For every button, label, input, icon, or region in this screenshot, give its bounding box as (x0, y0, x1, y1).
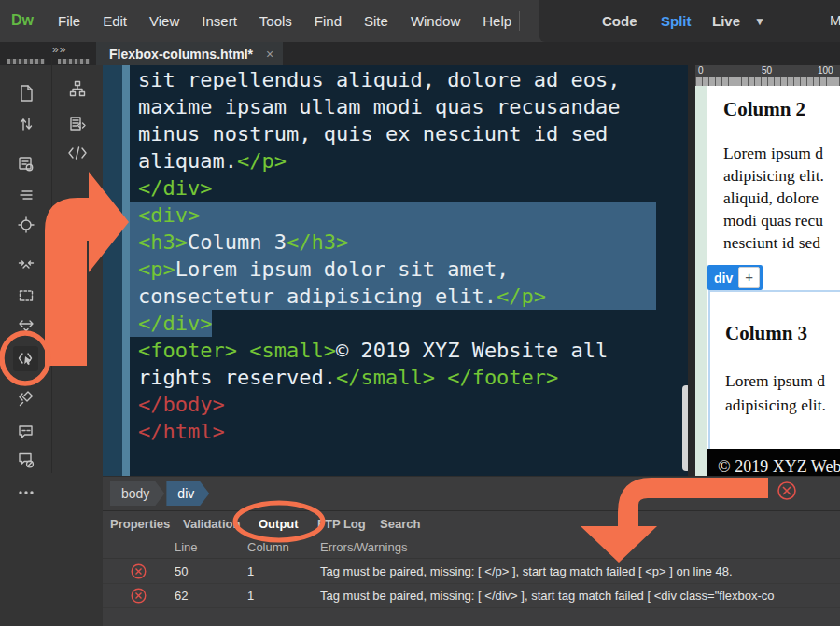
target-icon[interactable] (0, 214, 51, 236)
live-view-button[interactable]: Live (712, 0, 740, 42)
code-line[interactable]: rights reserved.</small> </footer> (130, 364, 688, 391)
code-line[interactable]: consectetur adipisicing elit.</p> (130, 283, 688, 310)
ruler-label: 0 (698, 65, 704, 77)
add-element-button[interactable]: + (738, 267, 760, 288)
panel-expand-chevrons[interactable]: »» (52, 43, 66, 56)
live-preview[interactable]: Column 2 Lorem ipsum dadipisicing elit.a… (695, 86, 840, 476)
error-indicator-icon[interactable] (777, 480, 797, 501)
preview-column3-heading: Column 3 (725, 322, 807, 345)
format-source-icon[interactable] (0, 387, 51, 410)
output-column-header: Column (247, 540, 289, 554)
preview-column2-heading: Column 2 (723, 98, 805, 121)
error-message: Tag must be paired, missing: [ </div> ],… (320, 589, 775, 603)
output-tab-output[interactable]: Output (259, 517, 299, 531)
code-view-icon[interactable] (51, 142, 103, 164)
code-line[interactable]: <footer> <small>© 2019 XYZ Website all (130, 337, 688, 364)
output-tab-search[interactable]: Search (380, 517, 420, 531)
ruler-label: 50 (762, 65, 772, 77)
code-line[interactable]: </html> (130, 418, 688, 445)
menu-item-tools[interactable]: Tools (248, 13, 303, 29)
error-line: 50 (175, 564, 188, 578)
tag-chip-div[interactable]: div (166, 481, 209, 506)
close-tab-icon[interactable]: × (266, 47, 273, 62)
output-column-header: Line (175, 540, 198, 554)
view-mode-caret-icon[interactable]: ▼ (754, 15, 765, 28)
code-line[interactable]: maxime ipsam ullam modi quas recusandae (130, 93, 688, 120)
code-gutter (103, 65, 122, 476)
error-line: 62 (175, 589, 188, 603)
code-view-button[interactable]: Code (602, 0, 637, 42)
move-updown-icon[interactable] (0, 113, 51, 135)
pane-divider[interactable] (688, 65, 695, 476)
code-line[interactable]: minus nostrum, quis ex nesciunt id sed (130, 120, 688, 147)
output-tab-ftp-log[interactable]: FTP Log (317, 517, 366, 531)
code-line[interactable]: aliquam.</p> (130, 147, 688, 174)
output-error-row[interactable]: 501Tag must be paired, missing: [ </p> ]… (103, 559, 840, 584)
code-lines: sit repellendus aliquid, dolore ad eos,m… (130, 66, 688, 445)
preview-column3-paragraph: Lorem ipsum dadipisicing elit. (725, 369, 826, 417)
new-file-icon[interactable] (0, 82, 51, 104)
error-column: 1 (247, 589, 254, 603)
output-tab-properties[interactable]: Properties (110, 517, 170, 531)
code-editor[interactable]: sit repellendus aliquid, dolore ad eos,m… (103, 65, 688, 476)
dreamweaver-logo[interactable]: Dw (11, 12, 34, 29)
truncated-right-label: M (830, 12, 840, 28)
collapse-outside-icon[interactable] (0, 285, 51, 307)
code-line[interactable]: <p>Lorem ipsum dolor sit amet, (130, 256, 688, 283)
body-margin-strip (695, 86, 707, 476)
output-tab-validation[interactable]: Validation (183, 517, 240, 531)
code-line[interactable]: <h3>Column 3</h3> (130, 229, 688, 256)
preview-column2-paragraph: Lorem ipsum dadipisicing elit.aliquid, d… (723, 142, 824, 254)
collapse-selection-icon[interactable] (0, 252, 51, 274)
output-header-row: LineColumnErrors/Warnings (103, 536, 840, 559)
wrap-off-icon[interactable] (0, 315, 51, 338)
select-parent-tag-icon[interactable] (0, 347, 51, 369)
menu-item-site[interactable]: Site (353, 13, 399, 29)
menu-item-file[interactable]: File (47, 13, 91, 29)
more-options-icon[interactable] (0, 481, 51, 504)
element-display-chip[interactable]: div + (707, 265, 763, 290)
list-inspect-icon[interactable] (0, 153, 51, 175)
menubar: Dw FileEditViewInsertToolsFindSiteWindow… (0, 0, 840, 42)
remove-comment-icon[interactable] (0, 449, 51, 471)
ruler-ticks (695, 77, 840, 86)
menu-item-edit[interactable]: Edit (91, 13, 138, 29)
tag-chip-body[interactable]: body (110, 481, 164, 506)
code-source-strip (122, 65, 130, 476)
menu-items: FileEditViewInsertToolsFindSiteWindowHel… (47, 0, 523, 42)
panel-grip[interactable] (7, 59, 45, 64)
error-icon (131, 588, 147, 604)
code-line[interactable]: </body> (130, 391, 688, 418)
element-tag-label: div (714, 271, 733, 285)
code-line[interactable]: sit repellendus aliquid, dolore ad eos, (130, 66, 688, 93)
error-icon (131, 563, 147, 579)
document-tab[interactable]: Flexbox-columns.html* × (96, 42, 283, 65)
code-line[interactable]: </div> (130, 174, 688, 202)
align-lines-icon[interactable] (0, 184, 51, 206)
output-panel: PropertiesValidationOutputFTP LogSearch … (103, 510, 840, 626)
preview-footer: © 2019 XYZ Webs (707, 449, 840, 476)
menu-item-help[interactable]: Help (471, 13, 523, 29)
menu-item-insert[interactable]: Insert (190, 13, 248, 29)
apply-comment-icon[interactable] (0, 421, 51, 443)
ruler-labels: 050100 (695, 65, 840, 77)
doc-source-icon[interactable] (51, 113, 103, 135)
dom-tree-icon[interactable] (51, 77, 103, 100)
tag-selector-bar: bodydiv HTML (103, 476, 840, 511)
output-error-row[interactable]: 621Tag must be paired, missing: [ </div>… (103, 583, 840, 608)
menu-item-view[interactable]: View (138, 13, 190, 29)
error-message: Tag must be paired, missing: [ </p> ], s… (320, 564, 733, 578)
code-line[interactable]: <div> (130, 202, 688, 229)
error-column: 1 (247, 564, 254, 578)
ruler-label: 100 (818, 65, 833, 77)
menu-item-window[interactable]: Window (399, 13, 471, 29)
code-line[interactable]: </div> (130, 310, 688, 337)
menu-separator (519, 11, 520, 31)
menubar-divider (819, 7, 819, 35)
split-view-button[interactable]: Split (661, 0, 692, 42)
panel-grip[interactable] (58, 59, 90, 64)
selected-element-outline[interactable]: Column 3 Lorem ipsum dadipisicing elit. (708, 290, 840, 451)
rail-panel-edge (51, 355, 102, 355)
preview-footer-text: © 2019 XYZ Webs (718, 457, 840, 476)
menu-item-find[interactable]: Find (303, 13, 353, 29)
